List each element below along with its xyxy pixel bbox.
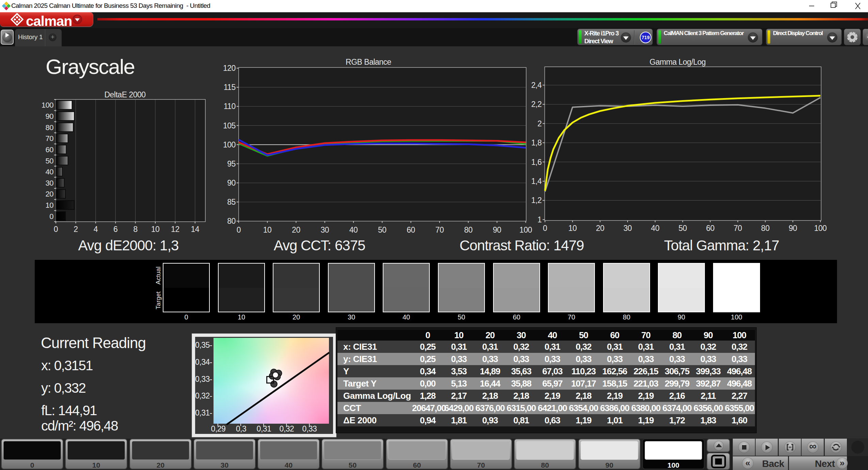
svg-text:14: 14	[191, 225, 200, 234]
svg-text:50: 50	[378, 225, 386, 234]
svg-text:1,2: 1,2	[531, 196, 541, 205]
svg-text:DeltaE 2000: DeltaE 2000	[104, 90, 145, 99]
svg-text:1: 1	[537, 215, 541, 224]
svg-text:30: 30	[46, 179, 54, 187]
svg-text:12: 12	[171, 225, 179, 234]
svg-text:80: 80	[227, 217, 236, 225]
svg-text:60: 60	[407, 225, 415, 234]
svg-text:10: 10	[568, 224, 577, 233]
svg-text:70: 70	[733, 224, 742, 233]
svg-text:2,2: 2,2	[531, 100, 541, 109]
svg-text:70: 70	[46, 134, 54, 143]
svg-text:0: 0	[237, 225, 241, 234]
svg-text:115: 115	[224, 83, 236, 92]
svg-text:100: 100	[42, 101, 53, 109]
svg-text:10: 10	[46, 201, 54, 209]
svg-text:10: 10	[263, 225, 272, 234]
svg-text:100: 100	[814, 224, 827, 233]
svg-text:80: 80	[464, 225, 473, 234]
svg-text:RGB Balance: RGB Balance	[346, 58, 391, 66]
svg-text:Gamma Log/Log: Gamma Log/Log	[650, 58, 706, 66]
svg-text:40: 40	[46, 168, 54, 176]
svg-text:2,4: 2,4	[531, 81, 542, 90]
svg-text:120: 120	[223, 64, 236, 73]
svg-text:30: 30	[320, 225, 329, 234]
svg-text:30: 30	[624, 224, 632, 233]
svg-text:20: 20	[46, 190, 54, 198]
svg-text:40: 40	[651, 224, 660, 233]
svg-text:90: 90	[789, 224, 797, 233]
svg-text:110: 110	[224, 102, 236, 111]
svg-text:0: 0	[543, 224, 547, 233]
svg-text:80: 80	[761, 224, 770, 233]
svg-text:85: 85	[227, 198, 236, 206]
svg-text:6: 6	[113, 225, 117, 234]
svg-text:95: 95	[227, 159, 236, 168]
svg-text:100: 100	[223, 140, 236, 149]
svg-text:2: 2	[537, 119, 541, 128]
svg-text:1,4: 1,4	[531, 177, 542, 186]
svg-text:90: 90	[493, 225, 501, 234]
svg-text:20: 20	[596, 224, 604, 233]
svg-text:20: 20	[292, 225, 300, 234]
svg-text:2: 2	[74, 225, 78, 234]
svg-text:50: 50	[679, 224, 687, 233]
svg-text:0: 0	[54, 225, 58, 234]
svg-text:70: 70	[436, 225, 444, 234]
svg-text:80: 80	[46, 123, 54, 132]
svg-text:105: 105	[223, 121, 236, 130]
svg-text:60: 60	[706, 224, 714, 233]
svg-text:1,6: 1,6	[531, 158, 541, 167]
svg-text:10: 10	[151, 225, 160, 234]
svg-text:50: 50	[46, 157, 54, 165]
svg-text:4: 4	[94, 225, 98, 234]
svg-text:90: 90	[227, 178, 236, 187]
svg-text:90: 90	[46, 112, 54, 121]
svg-text:40: 40	[349, 225, 358, 234]
svg-text:1,8: 1,8	[531, 138, 541, 147]
svg-text:60: 60	[46, 145, 54, 154]
svg-text:0: 0	[49, 212, 53, 221]
svg-text:8: 8	[133, 225, 137, 234]
